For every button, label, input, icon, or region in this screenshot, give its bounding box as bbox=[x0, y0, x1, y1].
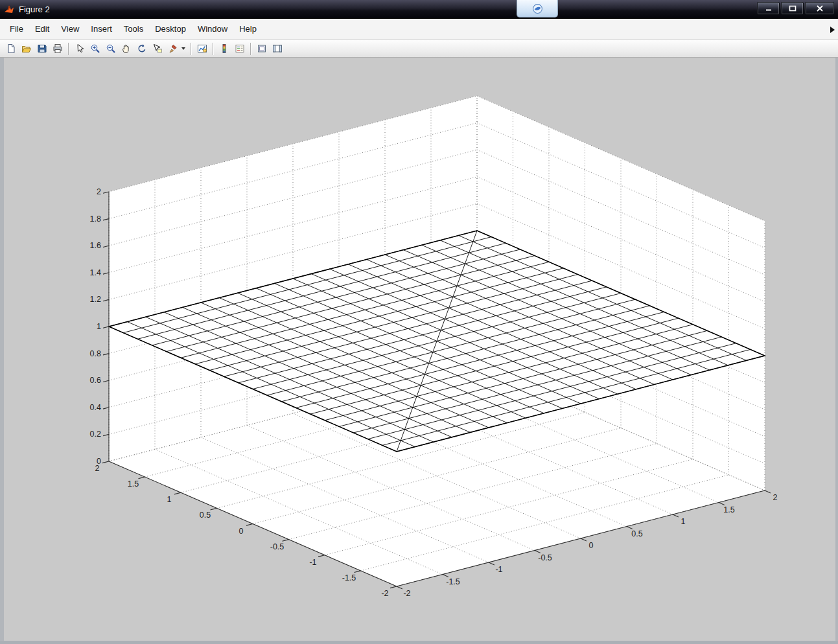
pan-button[interactable] bbox=[119, 41, 134, 56]
link-plot-button[interactable] bbox=[194, 41, 210, 56]
insert-legend-icon bbox=[235, 43, 245, 54]
menu-tools[interactable]: Tools bbox=[118, 19, 149, 40]
svg-text:2: 2 bbox=[97, 187, 101, 196]
minimize-icon bbox=[765, 5, 773, 12]
svg-text:-0.5: -0.5 bbox=[538, 553, 552, 562]
window-title: Figure 2 bbox=[19, 5, 50, 14]
new-file-button[interactable] bbox=[3, 41, 19, 56]
menu-help[interactable]: Help bbox=[233, 19, 262, 40]
menubar: FileEditViewInsertToolsDesktopWindowHelp bbox=[0, 19, 838, 40]
data-cursor-button[interactable] bbox=[150, 41, 165, 56]
figure-window: Figure 2 FileEditViewInsertToolsDesktopW… bbox=[0, 0, 838, 644]
rotate-3d-icon bbox=[137, 43, 147, 54]
open-file-icon bbox=[21, 43, 32, 54]
show-plot-tools-button[interactable] bbox=[270, 41, 285, 56]
svg-text:-1.5: -1.5 bbox=[446, 577, 460, 586]
print-button[interactable] bbox=[50, 41, 65, 56]
close-icon bbox=[816, 5, 824, 12]
link-plot-icon bbox=[197, 43, 207, 54]
save-button[interactable] bbox=[34, 41, 50, 56]
svg-text:-1.5: -1.5 bbox=[342, 573, 356, 582]
zoom-in-icon bbox=[90, 43, 100, 54]
brush-button[interactable] bbox=[165, 41, 181, 56]
svg-text:1: 1 bbox=[681, 517, 686, 526]
edit-plot-icon bbox=[75, 43, 85, 54]
axes-3d[interactable]: 00.20.40.60.811.21.41.61.82-2-1.5-1-0.50… bbox=[0, 58, 838, 644]
open-file-button[interactable] bbox=[19, 41, 34, 56]
menu-view[interactable]: View bbox=[55, 19, 85, 40]
svg-text:0.6: 0.6 bbox=[90, 376, 101, 385]
svg-text:0.5: 0.5 bbox=[631, 529, 642, 538]
svg-text:1.2: 1.2 bbox=[90, 295, 101, 304]
menu-edit[interactable]: Edit bbox=[29, 19, 55, 40]
close-button[interactable] bbox=[805, 2, 834, 15]
toolbar-separator bbox=[213, 43, 214, 55]
brush-dropdown-arrow[interactable] bbox=[181, 47, 185, 50]
insert-legend-button[interactable] bbox=[232, 41, 248, 56]
svg-text:-2: -2 bbox=[381, 589, 388, 598]
svg-text:0.4: 0.4 bbox=[90, 403, 101, 412]
svg-text:-0.5: -0.5 bbox=[270, 542, 285, 551]
background-app-icon bbox=[532, 3, 543, 14]
menu-file[interactable]: File bbox=[4, 19, 29, 40]
figure-canvas: 00.20.40.60.811.21.41.61.82-2-1.5-1-0.50… bbox=[0, 58, 838, 644]
menu-window[interactable]: Window bbox=[192, 19, 233, 40]
svg-text:1.5: 1.5 bbox=[128, 479, 139, 489]
show-plot-tools-icon bbox=[272, 43, 283, 54]
matlab-figure-icon bbox=[4, 4, 14, 14]
toolbar-separator bbox=[68, 43, 69, 55]
window-frame-bottom bbox=[0, 641, 838, 644]
svg-text:2: 2 bbox=[95, 464, 100, 473]
svg-text:-2: -2 bbox=[403, 589, 410, 598]
pan-icon bbox=[121, 43, 132, 54]
svg-text:0.5: 0.5 bbox=[200, 511, 211, 520]
svg-text:0.2: 0.2 bbox=[90, 430, 101, 439]
svg-text:0: 0 bbox=[239, 527, 244, 536]
svg-text:-1: -1 bbox=[495, 565, 502, 574]
toolbar bbox=[0, 40, 838, 58]
maximize-button[interactable] bbox=[781, 2, 804, 15]
svg-text:0: 0 bbox=[589, 541, 594, 550]
hide-plot-tools-icon bbox=[257, 43, 267, 54]
insert-colorbar-button[interactable] bbox=[216, 41, 232, 56]
edit-plot-button[interactable] bbox=[72, 41, 87, 56]
menu-overflow-arrow-icon[interactable] bbox=[830, 27, 835, 33]
insert-colorbar-icon bbox=[219, 43, 229, 54]
print-icon bbox=[52, 43, 63, 54]
svg-text:0.8: 0.8 bbox=[90, 349, 101, 358]
new-file-icon bbox=[6, 43, 16, 54]
minimize-button[interactable] bbox=[757, 2, 780, 15]
zoom-out-button[interactable] bbox=[103, 41, 119, 56]
titlebar: Figure 2 bbox=[0, 0, 838, 19]
zoom-out-icon bbox=[106, 43, 116, 54]
toolbar-separator bbox=[191, 43, 192, 55]
svg-text:1: 1 bbox=[97, 322, 101, 331]
window-frame-left bbox=[0, 58, 4, 644]
svg-text:2: 2 bbox=[773, 493, 778, 502]
svg-text:1.6: 1.6 bbox=[90, 241, 101, 250]
svg-text:1.8: 1.8 bbox=[90, 214, 101, 224]
toolbar-separator bbox=[250, 43, 251, 55]
background-window-fragment bbox=[517, 0, 558, 17]
maximize-icon bbox=[789, 5, 797, 12]
window-controls bbox=[757, 2, 834, 15]
save-icon bbox=[37, 43, 47, 54]
svg-text:1.4: 1.4 bbox=[90, 268, 101, 277]
brush-icon bbox=[168, 43, 178, 54]
hide-plot-tools-button[interactable] bbox=[254, 41, 270, 56]
rotate-3d-button[interactable] bbox=[134, 41, 150, 56]
svg-text:1: 1 bbox=[167, 495, 172, 504]
menubar-items: FileEditViewInsertToolsDesktopWindowHelp bbox=[4, 19, 262, 40]
zoom-in-button[interactable] bbox=[87, 41, 103, 56]
window-frame-right bbox=[835, 58, 838, 644]
data-cursor-icon bbox=[152, 43, 163, 54]
svg-text:1.5: 1.5 bbox=[723, 505, 734, 514]
menu-desktop[interactable]: Desktop bbox=[149, 19, 192, 40]
menu-insert[interactable]: Insert bbox=[85, 19, 118, 40]
svg-text:-1: -1 bbox=[309, 558, 316, 567]
